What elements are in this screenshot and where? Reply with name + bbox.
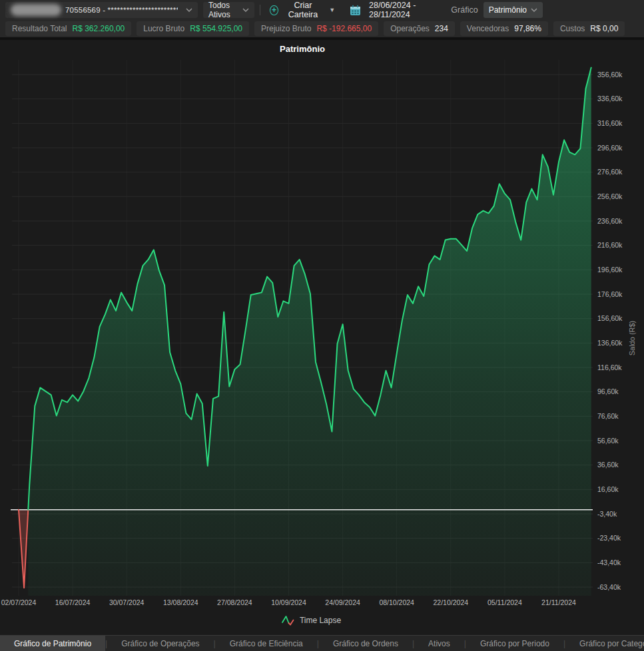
stat-chip: Prejuizo BrutoR$ -192.665,00	[254, 21, 378, 36]
stat-value: R$ -192.665,00	[316, 24, 372, 33]
stat-value: R$ 362.260,00	[73, 24, 125, 33]
svg-text:30/07/2024: 30/07/2024	[109, 598, 145, 606]
stat-chip: CustosR$ 0,00	[553, 21, 625, 36]
chart-type-value: Patrimônio	[489, 5, 527, 15]
time-lapse-series-icon	[282, 614, 294, 626]
svg-text:256,60k: 256,60k	[597, 192, 623, 200]
svg-text:116,60k: 116,60k	[597, 363, 622, 371]
stat-label: Lucro Bruto	[143, 24, 184, 33]
stat-value: 97,86%	[514, 24, 541, 33]
svg-text:-3,40k: -3,40k	[597, 510, 617, 518]
svg-text:96,60k: 96,60k	[597, 387, 619, 395]
stat-chip: Operações234	[384, 21, 455, 36]
svg-text:56,60k: 56,60k	[597, 437, 619, 445]
top-toolbar: 70556569 - ************************ Todo…	[0, 0, 644, 20]
svg-text:27/08/2024: 27/08/2024	[217, 598, 252, 606]
svg-text:21/11/2024: 21/11/2024	[541, 598, 576, 606]
svg-text:22/10/2024: 22/10/2024	[434, 598, 469, 606]
svg-text:13/08/2024: 13/08/2024	[163, 598, 198, 606]
tab-gr-fico-de-patrim-nio[interactable]: Gráfico de Patrimônio	[0, 636, 105, 651]
assets-filter-select[interactable]: Todos Ativos	[203, 2, 254, 18]
stat-value: R$ 0,00	[590, 24, 618, 33]
svg-text:16/07/2024: 16/07/2024	[55, 598, 91, 606]
stat-label: Vencedoras	[467, 24, 509, 33]
legend-label: Time Lapse	[300, 616, 341, 625]
svg-text:-63,40k: -63,40k	[597, 583, 621, 591]
assets-filter-value: Todos Ativos	[208, 1, 238, 19]
svg-text:02/07/2024: 02/07/2024	[1, 598, 37, 606]
account-number: 70556569 - ************************	[65, 6, 178, 14]
svg-text:05/11/2024: 05/11/2024	[487, 598, 522, 606]
tab-ativos[interactable]: Ativos	[414, 636, 464, 651]
svg-text:-43,40k: -43,40k	[597, 558, 621, 566]
chart-type-select[interactable]: Patrimônio	[483, 2, 543, 18]
chevron-down-icon	[527, 8, 537, 12]
svg-text:10/09/2024: 10/09/2024	[271, 598, 306, 606]
svg-text:316,60k: 316,60k	[597, 119, 623, 127]
svg-text:76,60k: 76,60k	[597, 412, 619, 420]
stat-label: Operações	[390, 24, 430, 33]
tab-gr-fico-de-ordens[interactable]: Gráfico de Ordens	[319, 636, 412, 651]
caret-down-icon: ▼	[329, 7, 335, 13]
stat-value: 234	[435, 24, 448, 33]
svg-text:24/09/2024: 24/09/2024	[325, 598, 360, 606]
chart-select-label: Gráfico	[451, 5, 478, 15]
svg-text:08/10/2024: 08/10/2024	[379, 598, 414, 606]
stat-chip: Resultado TotalR$ 362.260,00	[5, 21, 131, 36]
chevron-down-icon	[238, 8, 249, 12]
create-portfolio-label: Criar Carteira	[283, 1, 324, 19]
plus-circle-icon: +	[270, 5, 278, 15]
svg-text:276,60k: 276,60k	[597, 168, 623, 176]
svg-text:36,60k: 36,60k	[597, 461, 619, 469]
tab-gr-fico-por-categoria[interactable]: Gráfico por Categoria	[565, 636, 644, 651]
stat-label: Prejuizo Bruto	[261, 24, 311, 33]
svg-text:216,60k: 216,60k	[597, 241, 623, 249]
svg-text:196,60k: 196,60k	[597, 266, 623, 274]
svg-text:156,60k: 156,60k	[597, 314, 623, 322]
stat-label: Custos	[560, 24, 585, 33]
svg-text:356,60k: 356,60k	[597, 71, 623, 79]
chevron-down-icon	[182, 8, 192, 12]
svg-text:336,60k: 336,60k	[597, 95, 623, 103]
account-select[interactable]: 70556569 - ************************	[5, 2, 198, 18]
svg-text:236,60k: 236,60k	[597, 217, 623, 225]
stat-chip: Lucro BrutoR$ 554.925,00	[137, 21, 249, 36]
redacted-broker-logo	[11, 4, 61, 16]
stat-value: R$ 554.925,00	[190, 24, 242, 33]
svg-text:176,60k: 176,60k	[597, 290, 623, 298]
svg-text:Saldo (R$): Saldo (R$)	[628, 321, 636, 356]
stats-bar: Resultado TotalR$ 362.260,00Lucro BrutoR…	[0, 20, 644, 40]
tab-gr-fico-de-opera-es[interactable]: Gráfico de Operações	[107, 636, 213, 651]
svg-text:16,60k: 16,60k	[597, 485, 619, 493]
legend-time-lapse[interactable]: Time Lapse	[0, 614, 623, 626]
calendar-icon[interactable]	[350, 5, 361, 16]
equity-chart-panel: Patrimônio 356,60k336,60k316,60k296,60k2…	[0, 40, 644, 636]
toolbar-divider	[260, 5, 260, 15]
stat-label: Resultado Total	[12, 24, 67, 33]
stat-chip: Vencedoras97,86%	[460, 21, 548, 36]
svg-text:136,60k: 136,60k	[597, 339, 623, 347]
date-range[interactable]: 28/06/2024 - 28/11/2024	[369, 1, 446, 19]
tab-gr-fico-de-efici-ncia[interactable]: Gráfico de Eficiência	[216, 636, 317, 651]
svg-text:296,60k: 296,60k	[597, 144, 623, 152]
create-portfolio-button[interactable]: + Criar Carteira ▼	[266, 0, 339, 20]
bottom-tab-bar: Gráfico de Patrimônio|Gráfico de Operaçõ…	[0, 635, 644, 651]
equity-chart: 356,60k336,60k316,60k296,60k276,60k256,6…	[0, 40, 644, 612]
svg-text:-23,40k: -23,40k	[597, 534, 621, 542]
tab-gr-fico-por-periodo[interactable]: Gráfico por Periodo	[466, 636, 563, 651]
